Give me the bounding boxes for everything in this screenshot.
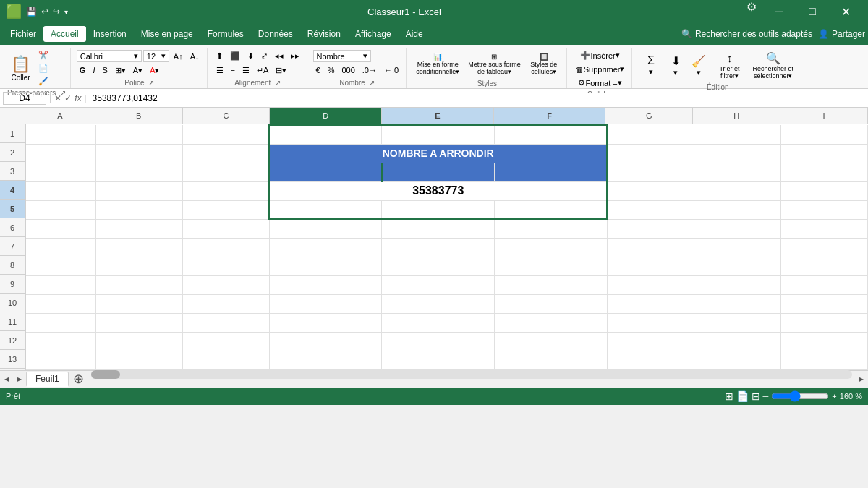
- search-placeholder[interactable]: Rechercher des outils adaptés: [695, 29, 812, 39]
- cell-C4[interactable]: [182, 181, 269, 200]
- cell-C5[interactable]: [182, 200, 269, 219]
- indent-less-button[interactable]: ◂◂: [272, 50, 286, 62]
- cell-G8[interactable]: [607, 257, 694, 275]
- cell-I7[interactable]: [780, 238, 867, 257]
- cell-H3[interactable]: [694, 163, 780, 181]
- cell-A9[interactable]: [26, 275, 95, 294]
- cell-D3[interactable]: [269, 163, 382, 181]
- page-layout-button[interactable]: 📄: [736, 390, 749, 402]
- cell-A8[interactable]: [26, 257, 95, 275]
- cell-D6[interactable]: [269, 219, 382, 238]
- fx-label[interactable]: fx: [75, 93, 81, 103]
- cell-A12[interactable]: [26, 332, 95, 351]
- cell-G12[interactable]: [607, 332, 694, 351]
- cell-G5[interactable]: [607, 200, 694, 219]
- cell-E6[interactable]: [382, 219, 495, 238]
- cell-D7[interactable]: [269, 238, 382, 257]
- cell-E12[interactable]: [382, 332, 495, 351]
- cell-C1[interactable]: [182, 125, 269, 144]
- cell-H5[interactable]: [694, 200, 780, 219]
- grid-scroll[interactable]: NOMBRE A ARRONDIR: [26, 124, 868, 370]
- cell-F1[interactable]: [495, 125, 608, 144]
- cell-D10[interactable]: [269, 294, 382, 313]
- cell-C11[interactable]: [182, 313, 269, 332]
- cell-C8[interactable]: [182, 257, 269, 275]
- conditional-format-button[interactable]: 📊 Mise en formeconditionnelle▾: [412, 49, 463, 78]
- cell-B1[interactable]: [95, 125, 182, 144]
- insert-button[interactable]: ➕ Insérer▾: [577, 49, 622, 61]
- cell-H1[interactable]: [694, 125, 780, 144]
- menu-affichage[interactable]: Affichage: [348, 26, 399, 42]
- zoom-minus-button[interactable]: ─: [763, 392, 769, 401]
- page-break-button[interactable]: ⊟: [752, 390, 760, 402]
- cell-G3[interactable]: [607, 163, 694, 181]
- cell-F10[interactable]: [495, 294, 608, 313]
- cell-I4[interactable]: [780, 181, 867, 200]
- cell-G1[interactable]: [607, 125, 694, 144]
- row-header-11[interactable]: 11: [0, 312, 25, 331]
- cell-F13[interactable]: [495, 351, 608, 369]
- row-header-3[interactable]: 3: [0, 162, 25, 181]
- align-center-button[interactable]: ≡: [228, 64, 238, 76]
- cell-H13[interactable]: [694, 351, 780, 369]
- cell-B2[interactable]: [95, 144, 182, 163]
- settings-icon[interactable]: ⚙: [741, 0, 762, 23]
- cell-B10[interactable]: [95, 294, 182, 313]
- row-header-5[interactable]: 5: [0, 200, 25, 218]
- sort-filter-button[interactable]: ↕ Trier etfiltrer▾: [711, 50, 747, 82]
- close-button[interactable]: ✕: [829, 0, 862, 23]
- font-size-dropdown[interactable]: 12 ▾: [143, 50, 169, 62]
- menu-fichier[interactable]: Fichier: [3, 26, 43, 42]
- cell-F6[interactable]: [495, 219, 608, 238]
- cell-D13[interactable]: [269, 351, 382, 369]
- cell-E5[interactable]: [382, 200, 495, 219]
- cell-H8[interactable]: [694, 257, 780, 275]
- cell-C12[interactable]: [182, 332, 269, 351]
- cell-B4[interactable]: [95, 181, 182, 200]
- cell-B3[interactable]: [95, 163, 182, 181]
- clear-button[interactable]: 🧹▾: [688, 51, 710, 80]
- bold-button[interactable]: G: [77, 64, 89, 76]
- cell-G11[interactable]: [607, 313, 694, 332]
- menu-insertion[interactable]: Insertion: [86, 26, 134, 42]
- horizontal-scrollbar[interactable]: [91, 374, 852, 383]
- cell-E13[interactable]: [382, 351, 495, 369]
- delete-button[interactable]: 🗑 Supprimer▾: [573, 63, 628, 75]
- cell-H11[interactable]: [694, 313, 780, 332]
- decrease-decimal-button[interactable]: ←.0: [381, 64, 401, 76]
- cell-B13[interactable]: [95, 351, 182, 369]
- cell-C2[interactable]: [182, 144, 269, 163]
- cell-I5[interactable]: [780, 200, 867, 219]
- cell-I10[interactable]: [780, 294, 867, 313]
- cell-I11[interactable]: [780, 313, 867, 332]
- align-right-button[interactable]: ☰: [239, 64, 252, 77]
- minimize-button[interactable]: ─: [762, 0, 796, 23]
- cell-F9[interactable]: [495, 275, 608, 294]
- fill-button[interactable]: ⬇▾: [665, 51, 686, 80]
- cell-F5[interactable]: [495, 200, 608, 219]
- col-header-G[interactable]: G: [605, 108, 693, 124]
- format-button[interactable]: ⚙ Format =▾: [575, 77, 624, 89]
- cell-A2[interactable]: [26, 144, 95, 163]
- table-format-button[interactable]: ⊞ Mettre sous formede tableau▾: [464, 49, 524, 78]
- italic-button[interactable]: I: [90, 64, 98, 76]
- copy-button[interactable]: 📄: [35, 62, 51, 74]
- scroll-right-button[interactable]: ▸: [855, 374, 868, 384]
- cell-I8[interactable]: [780, 257, 867, 275]
- cell-F11[interactable]: [495, 313, 608, 332]
- cell-I2[interactable]: [780, 144, 867, 163]
- row-header-7[interactable]: 7: [0, 237, 25, 256]
- share-button[interactable]: 👤 Partager: [818, 29, 865, 39]
- coller-button[interactable]: 📋 Coller: [7, 53, 34, 84]
- menu-mise-en-page[interactable]: Mise en page: [134, 26, 200, 42]
- cell-A11[interactable]: [26, 313, 95, 332]
- cell-I12[interactable]: [780, 332, 867, 351]
- row-header-8[interactable]: 8: [0, 256, 25, 275]
- cell-C10[interactable]: [182, 294, 269, 313]
- text-direction-button[interactable]: ⤢: [258, 50, 271, 62]
- cell-E9[interactable]: [382, 275, 495, 294]
- cell-E10[interactable]: [382, 294, 495, 313]
- cell-G6[interactable]: [607, 219, 694, 238]
- col-header-E[interactable]: E: [382, 108, 494, 124]
- sheet-nav-prev[interactable]: ◂: [0, 374, 13, 384]
